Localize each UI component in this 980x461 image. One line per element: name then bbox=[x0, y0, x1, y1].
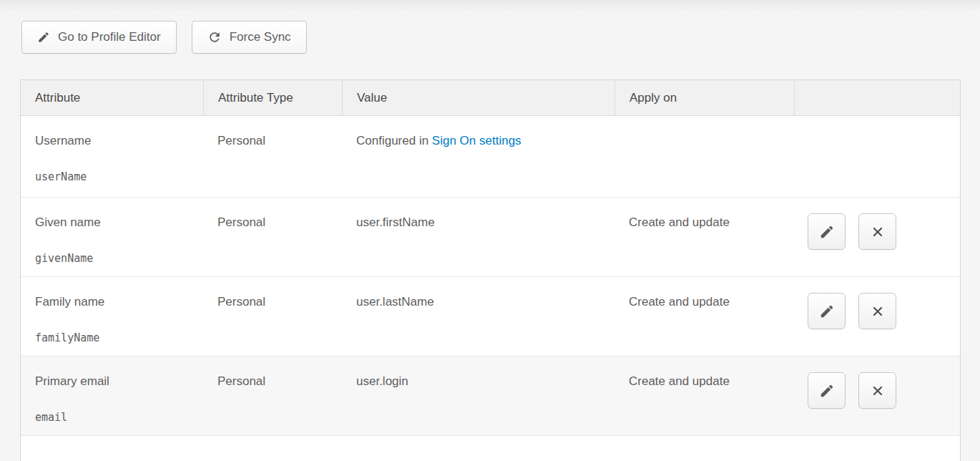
close-x-icon bbox=[870, 224, 886, 240]
toolbar: Go to Profile Editor Force Sync bbox=[21, 21, 307, 54]
attribute-label: Username bbox=[35, 133, 190, 148]
table-row-partial bbox=[21, 436, 960, 461]
close-x-icon bbox=[870, 304, 886, 319]
pencil-icon bbox=[37, 31, 50, 44]
remove-attribute-button[interactable] bbox=[858, 213, 896, 250]
attribute-label: Given name bbox=[35, 215, 190, 230]
go-to-profile-editor-label: Go to Profile Editor bbox=[58, 30, 161, 44]
attribute-cell: Family name familyName bbox=[21, 277, 203, 356]
attribute-variable-name: userName bbox=[35, 170, 190, 185]
apply-on-cell: Create and update bbox=[614, 277, 794, 356]
column-header-apply-on: Apply on bbox=[614, 80, 794, 115]
column-header-actions bbox=[794, 80, 960, 115]
go-to-profile-editor-button[interactable]: Go to Profile Editor bbox=[21, 21, 177, 54]
attribute-variable-name: familyName bbox=[35, 331, 190, 346]
remove-attribute-button[interactable] bbox=[858, 372, 896, 409]
column-header-value: Value bbox=[342, 80, 614, 115]
table-row-given-name: Given name givenName Personal user.first… bbox=[21, 198, 960, 277]
attribute-label: Family name bbox=[35, 294, 190, 309]
apply-on-cell: Create and update bbox=[614, 198, 794, 276]
edit-attribute-button[interactable] bbox=[808, 372, 846, 409]
edit-attribute-button[interactable] bbox=[808, 293, 846, 329]
table-row-username: Username userName Personal Configured in… bbox=[21, 116, 960, 198]
edit-attribute-button[interactable] bbox=[808, 213, 846, 250]
attribute-variable-name: email bbox=[35, 410, 190, 425]
attribute-type-cell: Personal bbox=[203, 277, 342, 356]
actions-cell bbox=[794, 198, 960, 276]
apply-on-cell bbox=[614, 116, 794, 197]
actions-cell bbox=[794, 356, 960, 435]
attribute-type-cell: Personal bbox=[203, 356, 342, 435]
attribute-cell: Username userName bbox=[21, 116, 203, 197]
close-x-icon bbox=[870, 383, 886, 399]
pencil-icon bbox=[819, 224, 835, 240]
attribute-cell: Given name givenName bbox=[21, 198, 203, 276]
value-cell: user.login bbox=[342, 356, 614, 435]
table-row-family-name: Family name familyName Personal user.las… bbox=[21, 277, 960, 356]
attribute-type-cell: Personal bbox=[203, 116, 342, 197]
value-cell: Configured in Sign On settings bbox=[342, 116, 614, 197]
sign-on-settings-link[interactable]: Sign On settings bbox=[432, 134, 521, 147]
actions-cell-empty bbox=[794, 116, 960, 197]
value-cell: user.firstName bbox=[342, 198, 614, 276]
refresh-icon bbox=[207, 30, 222, 44]
actions-cell bbox=[794, 277, 960, 356]
value-cell: user.lastName bbox=[342, 277, 614, 356]
force-sync-label: Force Sync bbox=[230, 30, 291, 44]
attribute-variable-name: givenName bbox=[35, 251, 190, 266]
force-sync-button[interactable]: Force Sync bbox=[192, 21, 307, 54]
table-header-row: Attribute Attribute Type Value Apply on bbox=[21, 80, 960, 116]
attribute-mappings-table: Attribute Attribute Type Value Apply on … bbox=[20, 79, 961, 461]
page-top-shade bbox=[0, 0, 980, 11]
column-header-attribute: Attribute bbox=[21, 80, 203, 115]
remove-attribute-button[interactable] bbox=[858, 293, 896, 329]
column-header-attribute-type: Attribute Type bbox=[203, 80, 342, 115]
table-row-primary-email: Primary email email Personal user.login … bbox=[21, 356, 960, 436]
attribute-label: Primary email bbox=[35, 374, 190, 389]
apply-on-cell: Create and update bbox=[614, 356, 794, 435]
value-prefix-text: Configured in bbox=[356, 134, 432, 147]
attribute-cell: Primary email email bbox=[21, 356, 203, 435]
pencil-icon bbox=[819, 304, 835, 319]
pencil-icon bbox=[819, 383, 835, 399]
attribute-type-cell: Personal bbox=[203, 198, 342, 276]
